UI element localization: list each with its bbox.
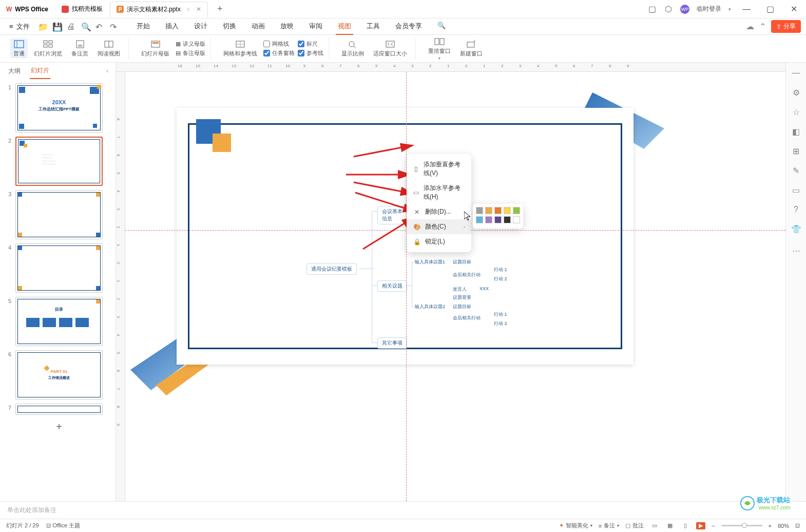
tab-member[interactable]: 会员专享 (393, 18, 424, 35)
template-tab[interactable]: 找稻壳模板 (55, 2, 109, 17)
tab-view[interactable]: 视图 (336, 18, 353, 35)
slides-tab[interactable]: 幻灯片 (30, 63, 50, 79)
more-icon[interactable]: ⋯ (791, 245, 801, 256)
color-swatch[interactable] (476, 216, 483, 223)
tab-animation[interactable]: 动画 (250, 18, 267, 35)
login-status[interactable]: 临时登录 (697, 5, 721, 13)
delete-guide-item[interactable]: ✕ 删除(D)... › (407, 204, 471, 219)
print-icon[interactable]: 🖨 (67, 22, 76, 31)
tab-slideshow[interactable]: 放映 (278, 18, 296, 35)
thumbnail-4[interactable]: 4 (4, 243, 111, 293)
settings-icon[interactable]: ⚙ (791, 87, 801, 98)
view-reading-button[interactable]: 阅读视图 (94, 39, 123, 59)
align-icon[interactable]: ⊞ (791, 146, 801, 156)
help-icon[interactable]: ? (791, 204, 801, 215)
tab-search[interactable]: 🔍 (435, 18, 448, 35)
tab-transition[interactable]: 切换 (221, 18, 238, 35)
color-swatch[interactable] (485, 207, 492, 214)
share-button[interactable]: ⇪ 分享 (771, 20, 801, 33)
layers-icon[interactable]: ◧ (791, 126, 801, 137)
color-swatch[interactable] (513, 216, 520, 223)
horizontal-ruler[interactable]: 161514131211109876543210123456789 (116, 63, 785, 72)
view-notes-button[interactable]: 备注页 (68, 39, 91, 59)
beautify-button[interactable]: ✦智能美化▾ (559, 522, 592, 529)
ruler-checkbox[interactable]: 标尺 (298, 40, 323, 48)
tab-design[interactable]: 设计 (192, 18, 209, 35)
collapse-panel-icon[interactable]: ‹ (106, 67, 108, 74)
vertical-ruler[interactable]: 876543210123456789 (116, 72, 125, 501)
close-tab-icon[interactable]: ✕ (196, 6, 201, 13)
zoom-level[interactable]: 80% (778, 523, 789, 529)
star-icon[interactable]: ☆ (791, 107, 801, 117)
zoom-ratio-button[interactable]: 显示比例 (338, 39, 367, 59)
tab-menu-icon[interactable]: ○ (187, 6, 190, 12)
fit-button[interactable]: ⊡ (795, 522, 800, 529)
zoom-out-button[interactable]: − (712, 523, 715, 529)
redo-icon[interactable]: ↷ (110, 22, 119, 31)
slide-editor[interactable]: 通用会议纪要模板 会议基本信息 相关议题 其它事项 输入具体议题1 输入具体议题… (125, 72, 785, 501)
color-swatch[interactable] (504, 207, 511, 214)
thumbnail-5[interactable]: 5 目录 (4, 297, 111, 346)
zoom-in-button[interactable]: + (769, 523, 772, 529)
cloud-icon[interactable]: ☁ (746, 22, 754, 31)
book-icon[interactable]: ▭ (791, 185, 801, 195)
tab-start[interactable]: 开始 (135, 18, 152, 35)
fit-window-button[interactable]: 适应窗口大小 (370, 39, 410, 59)
tools-icon[interactable]: ✎ (791, 165, 801, 176)
slideshow-button[interactable]: ▶ (696, 522, 705, 529)
gridlines-checkbox[interactable]: 网格线 (263, 40, 295, 48)
tab-insert[interactable]: 插入 (163, 18, 181, 35)
lock-guide-item[interactable]: 🔒 锁定(L) (407, 234, 471, 249)
user-avatar[interactable]: WP (680, 5, 689, 14)
add-slide-button[interactable]: + (15, 419, 103, 434)
add-tab-button[interactable]: + (213, 3, 226, 16)
thumbnail-1[interactable]: 1 20XX 工作总结汇报PPT模板 (4, 83, 111, 132)
thumbnail-7[interactable]: 7 (4, 404, 111, 415)
save-icon[interactable]: 💾 (52, 22, 62, 31)
reading-view-btn[interactable]: ▯ (681, 522, 690, 529)
color-swatch[interactable] (485, 216, 492, 223)
tab-tools[interactable]: 工具 (364, 18, 382, 35)
login-dropdown-icon[interactable]: ▾ (728, 7, 731, 12)
notes-pane[interactable]: 单击此处添加备注 (0, 501, 806, 519)
handout-master-button[interactable]: ▦ 讲义母版 (176, 40, 205, 48)
minus-icon[interactable]: — (791, 68, 801, 78)
thumbnail-6[interactable]: 6 PART 01 工作情况概述 (4, 350, 111, 400)
outline-tab[interactable]: 大纲 (7, 64, 22, 79)
zoom-slider[interactable] (721, 525, 762, 526)
guide-color-item[interactable]: 🎨 颜色(C) › (407, 219, 471, 234)
open-icon[interactable]: 📁 (38, 22, 47, 31)
window-icon[interactable]: ▢ (647, 5, 657, 14)
grid-guides-button[interactable]: 网格和参考线 (220, 39, 260, 59)
guides-checkbox[interactable]: 参考线 (298, 49, 323, 57)
color-swatch[interactable] (494, 207, 502, 214)
color-swatch[interactable] (513, 207, 520, 214)
preview-icon[interactable]: 🔍 (81, 22, 90, 31)
collapse-ribbon-icon[interactable]: ⌃ (759, 22, 766, 31)
shirt-icon[interactable]: 👕 (791, 224, 801, 234)
maximize-button[interactable]: ▢ (762, 3, 778, 16)
view-browse-button[interactable]: 幻灯片浏览 (31, 39, 65, 59)
tab-review[interactable]: 审阅 (307, 18, 324, 35)
mindmap-related[interactable]: 相关议题 (377, 280, 407, 292)
theme-indicator[interactable]: ⊡Office 主题 (46, 522, 81, 529)
color-swatch[interactable] (476, 207, 483, 214)
view-normal-button[interactable]: 普通 (10, 39, 28, 59)
arrange-windows-button[interactable]: 重排窗口▾ (425, 36, 454, 62)
thumbnail-3[interactable]: 3 (4, 190, 111, 239)
thumbnail-2[interactable]: 2 ─── ────── ────── ────── ──── (4, 137, 111, 186)
taskpane-checkbox[interactable]: 任务窗格 (263, 49, 295, 57)
add-horizontal-guide-item[interactable]: ▭ 添加水平参考线(H) (407, 181, 471, 204)
slide-master-button[interactable]: 幻灯片母版 (138, 39, 172, 59)
app-tab[interactable]: W WPS Office (0, 2, 54, 17)
undo-icon[interactable]: ↶ (95, 22, 105, 31)
color-swatch[interactable] (504, 216, 511, 223)
cube-icon[interactable]: ⬡ (664, 5, 673, 14)
comments-toggle[interactable]: ▢批注 (625, 522, 644, 529)
mindmap-other[interactable]: 其它事项 (377, 337, 407, 349)
document-tab[interactable]: P 演示文稿素材2.pptx ○ ✕ (110, 2, 208, 17)
minimize-button[interactable]: — (738, 3, 755, 16)
normal-view-btn[interactable]: ▭ (650, 522, 659, 529)
thumbnails-list[interactable]: 1 20XX 工作总结汇报PPT模板 2 (0, 79, 116, 501)
mindmap-root[interactable]: 通用会议纪要模板 (306, 263, 357, 275)
